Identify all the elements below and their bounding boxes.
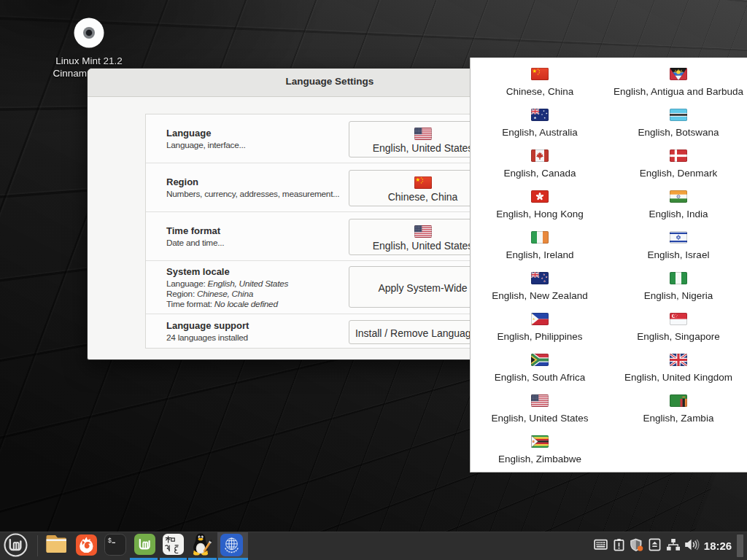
svg-text:$: $ (108, 537, 112, 544)
